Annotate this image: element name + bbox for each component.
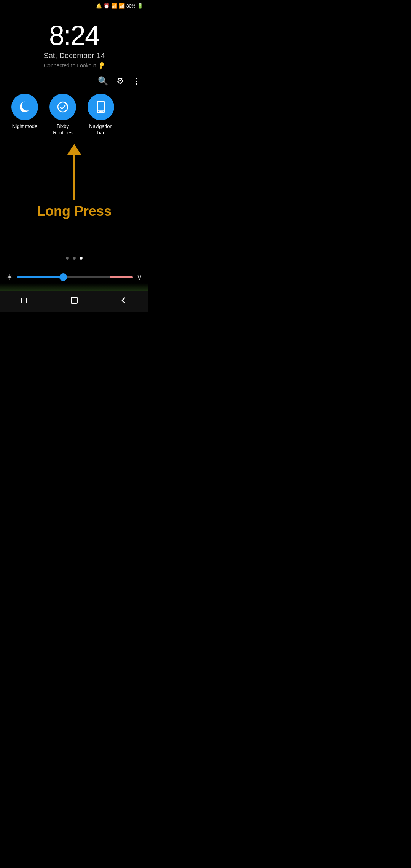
svg-point-2 [99,112,100,112]
search-icon[interactable]: 🔍 [98,76,108,86]
vpn-status: Connected to Lookout 🔑 [0,62,148,69]
alarm-icon: ⏰ [104,3,110,9]
wifi-icon: 📶 [111,3,117,9]
bixby-routines-icon-btn [49,94,76,120]
annotation-area: Long Press [0,144,148,219]
home-button[interactable] [62,293,86,310]
vpn-text: Connected to Lookout [44,62,96,69]
clock-area: 8:24 Sat, December 14 Connected to Looko… [0,10,148,72]
toolbar: 🔍 ⚙ ⋮ [0,72,148,90]
slider-pink-fill [110,276,133,278]
svg-point-4 [102,112,103,112]
status-bar: 🔔 ⏰ 📶 📶 80% 🔋 [0,0,148,10]
moon-icon [18,100,32,114]
home-icon [70,296,78,305]
recent-apps-button[interactable] [13,293,37,310]
bottom-strip [0,283,148,291]
status-icons: 🔔 ⏰ 📶 📶 80% 🔋 [96,3,143,9]
page-dot-1 [66,257,69,260]
bixby-routines-label: BixbyRoutines [53,123,72,136]
notification-icon: 🔔 [96,3,102,9]
night-mode-button[interactable]: Night mode [11,94,38,130]
back-icon [119,296,128,305]
bixby-routines-button[interactable]: BixbyRoutines [49,94,76,136]
recent-apps-icon [21,296,29,305]
arrow-shaft [73,155,75,200]
svg-rect-6 [24,298,24,303]
navigation-bar-button[interactable]: Navigationbar [88,94,114,136]
night-mode-icon-btn [11,94,38,120]
vpn-key-icon: 🔑 [97,61,106,70]
signal-icon: 📶 [119,3,125,9]
brightness-bar: ☀ ∨ [0,273,148,282]
quick-actions: Night mode BixbyRoutines Navigationbar [0,90,148,140]
long-press-label: Long Press [37,203,112,219]
page-dots [0,251,148,263]
phone-nav-icon [94,100,108,114]
svg-rect-7 [26,298,27,303]
navigation-bar-label: Navigationbar [89,123,112,136]
brightness-slider-track[interactable] [17,276,133,278]
battery-icon: 🔋 [137,3,143,9]
slider-thumb[interactable] [59,273,67,281]
night-mode-label: Night mode [12,123,37,130]
nav-bar [0,291,148,312]
page-dot-3 [80,257,83,260]
clock-time: 8:24 [0,22,148,49]
check-circle-icon [56,100,70,114]
page-dot-2 [73,257,76,260]
svg-rect-8 [71,297,77,303]
arrow-head [67,144,81,155]
svg-rect-3 [100,112,102,112]
more-options-icon[interactable]: ⋮ [132,76,141,86]
slider-blue-fill [17,276,63,278]
svg-rect-5 [21,298,22,303]
chevron-down-icon[interactable]: ∨ [137,273,142,282]
back-button[interactable] [112,293,135,310]
navigation-bar-icon-btn [88,94,114,120]
battery-percent: 80% [126,3,135,9]
settings-icon[interactable]: ⚙ [116,76,124,86]
clock-date: Sat, December 14 [0,51,148,60]
brightness-icon: ☀ [6,273,13,282]
